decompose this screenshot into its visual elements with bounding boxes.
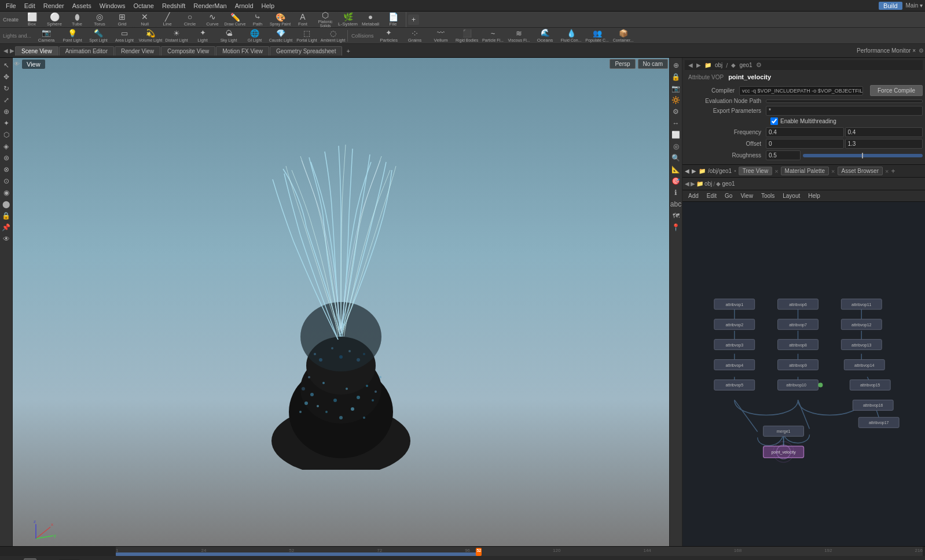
tab-composite-view[interactable]: Composite View xyxy=(161,46,215,56)
sidebar-tool1-icon[interactable]: ✦ xyxy=(1,118,12,128)
vp-tb-icon15[interactable]: 📍 xyxy=(671,222,681,233)
vp-tb-icon2[interactable]: 🔒 xyxy=(671,72,681,82)
sidebar-tool3-icon[interactable]: ◈ xyxy=(1,141,12,152)
menu-file[interactable]: File xyxy=(2,1,20,10)
draw-curve-button[interactable]: ✏️Draw Curve xyxy=(224,12,246,27)
export-params-value[interactable]: * xyxy=(766,106,923,116)
path-tree-view-tab[interactable]: Tree View xyxy=(739,167,772,175)
vp-tb-icon14[interactable]: 🗺 xyxy=(671,211,681,221)
menu-assets[interactable]: Assets xyxy=(69,1,95,10)
viscous-fl-button[interactable]: ≋Viscous Fl... xyxy=(506,28,532,43)
offset-val2[interactable]: 1.3 xyxy=(845,139,923,149)
box-button[interactable]: ⬜Box xyxy=(21,12,43,27)
eval-node-path-value[interactable] xyxy=(766,100,923,103)
build-button[interactable]: Build xyxy=(879,2,902,10)
sidebar-tool7-icon[interactable]: ◉ xyxy=(1,187,12,198)
menu-redshift[interactable]: Redshift xyxy=(159,1,189,10)
grid-button[interactable]: ⊞Grid xyxy=(111,12,133,27)
torus-button[interactable]: ◎Torus xyxy=(89,12,111,27)
sidebar-tool8-icon[interactable]: ⬤ xyxy=(1,199,12,209)
vp-tb-icon4[interactable]: 🔆 xyxy=(671,95,681,105)
gi-light-button[interactable]: 🌐GI Light xyxy=(242,28,267,43)
circle-button[interactable]: ○Circle xyxy=(179,12,201,27)
rigid-bodies-button[interactable]: ⬛Rigid Bodies xyxy=(454,28,480,43)
vp-tb-icon10[interactable]: 📐 xyxy=(671,164,681,175)
portal-light-button[interactable]: ⬚Portal Light xyxy=(294,28,320,43)
sky-light-button[interactable]: 🌤Sky Light xyxy=(216,28,241,43)
tube-button[interactable]: ⬮Tube xyxy=(66,12,88,27)
sidebar-tool4-icon[interactable]: ⊛ xyxy=(1,153,12,163)
fluid-con-button[interactable]: 💧Fluid Con... xyxy=(559,28,584,43)
ne-path-geo[interactable]: geo1 xyxy=(722,180,735,187)
distant-light-button[interactable]: ☀Distant Light xyxy=(164,28,189,43)
tab-prev-button[interactable]: ◀ xyxy=(3,47,8,54)
file-button[interactable]: 📄File xyxy=(382,12,404,27)
tab-animation-editor[interactable]: Animation Editor xyxy=(59,46,114,56)
spot-light-button[interactable]: 🔦Spot Light xyxy=(86,28,111,43)
vp-tb-icon9[interactable]: 🔍 xyxy=(671,153,681,163)
path-tab3-close[interactable]: × xyxy=(885,168,889,175)
grains-button[interactable]: ·:·Grains xyxy=(402,28,428,43)
attr-nav-fwd[interactable]: ▶ xyxy=(696,62,701,68)
tab-settings-button[interactable]: ⚙ xyxy=(919,47,924,54)
path-nav-back[interactable]: ◀ xyxy=(685,168,689,174)
sidebar-eye-icon[interactable]: 👁 xyxy=(1,234,12,244)
attr-nav-back[interactable]: ◀ xyxy=(688,62,693,68)
performance-monitor-tab[interactable]: Performance Monitor × xyxy=(857,47,916,54)
roughness-slider[interactable] xyxy=(803,154,923,157)
platonic-button[interactable]: ⬡Platonic Solids xyxy=(314,12,336,27)
frequency-val2[interactable]: 0.4 xyxy=(845,127,923,137)
null-button[interactable]: ✕Null xyxy=(134,12,156,27)
menu-edit[interactable]: Edit xyxy=(21,1,39,10)
metaball-button[interactable]: ●Metaball xyxy=(359,12,381,27)
path-button[interactable]: ⤷Path xyxy=(247,12,269,27)
vp-tb-icon1[interactable]: ⊕ xyxy=(671,60,681,71)
force-compile-button[interactable]: Force Compile xyxy=(870,85,923,96)
sidebar-rotate-icon[interactable]: ↻ xyxy=(1,83,12,94)
ne-path-obj[interactable]: obj xyxy=(704,180,712,187)
lsystem-button[interactable]: 🌿L-System xyxy=(337,12,359,27)
roughness-val[interactable]: 0.5 xyxy=(766,150,801,160)
tab-next-button[interactable]: ▶ xyxy=(10,47,14,54)
sidebar-tool2-icon[interactable]: ⬡ xyxy=(1,130,12,140)
tab-render-view[interactable]: Render View xyxy=(115,46,160,56)
ne-nav-fwd[interactable]: ▶ xyxy=(691,180,695,187)
vp-tb-icon12[interactable]: ℹ xyxy=(671,187,681,198)
tab-motion-fx-view[interactable]: Motion FX View xyxy=(216,46,269,56)
path-asset-browser-tab[interactable]: Asset Browser xyxy=(838,167,883,175)
vp-tb-icon8[interactable]: ◎ xyxy=(671,141,681,152)
sidebar-transform-icon[interactable]: ⊕ xyxy=(1,106,12,117)
persp-button[interactable]: Persp xyxy=(610,59,635,69)
vp-tb-icon11[interactable]: 🎯 xyxy=(671,176,681,186)
tab-add-button[interactable]: + xyxy=(343,46,353,56)
sphere-button[interactable]: ⚪Sphere xyxy=(43,12,65,27)
frequency-val1[interactable]: 0.4 xyxy=(766,127,844,137)
volume-light-button[interactable]: 💫Volume Light xyxy=(138,28,163,43)
path-obj[interactable]: /obj/geo1 xyxy=(708,168,732,174)
path-add-tab-button[interactable]: + xyxy=(891,167,895,175)
sidebar-select-icon[interactable]: ↖ xyxy=(1,60,12,71)
ne-menu-view[interactable]: View xyxy=(737,192,757,200)
menu-render[interactable]: Render xyxy=(40,1,68,10)
vellum-button[interactable]: 〰Vellum xyxy=(428,28,454,43)
ne-nav-back[interactable]: ◀ xyxy=(685,180,689,187)
ne-menu-edit[interactable]: Edit xyxy=(703,192,720,200)
sidebar-tool5-icon[interactable]: ⊗ xyxy=(1,164,12,175)
populate-c-button[interactable]: 👥Populate C... xyxy=(585,28,610,43)
particle-fl-button[interactable]: ~Particle Fl... xyxy=(480,28,506,43)
ne-menu-help[interactable]: Help xyxy=(805,192,824,200)
main-dropdown[interactable]: Main ▾ xyxy=(906,2,923,9)
menu-octane[interactable]: Octane xyxy=(130,1,157,10)
vp-tb-icon3[interactable]: 📷 xyxy=(671,83,681,94)
tab-geometry-spreadsheet[interactable]: Geometry Spreadsheet xyxy=(270,46,342,56)
path-tab1-close[interactable]: × xyxy=(774,168,778,175)
curve-button[interactable]: ∿Curve xyxy=(201,12,223,27)
sidebar-tool6-icon[interactable]: ⊙ xyxy=(1,176,12,186)
path-material-palette-tab[interactable]: Material Palette xyxy=(781,167,829,175)
vp-tb-icon13[interactable]: abc xyxy=(671,199,681,209)
camera-button[interactable]: 📷Camera xyxy=(34,28,59,43)
nocam-button[interactable]: No cam xyxy=(638,59,668,69)
ne-menu-go[interactable]: Go xyxy=(721,192,736,200)
area-light-button[interactable]: ▭Area Light xyxy=(112,28,137,43)
vp-tb-icon7[interactable]: ⬜ xyxy=(671,130,681,140)
